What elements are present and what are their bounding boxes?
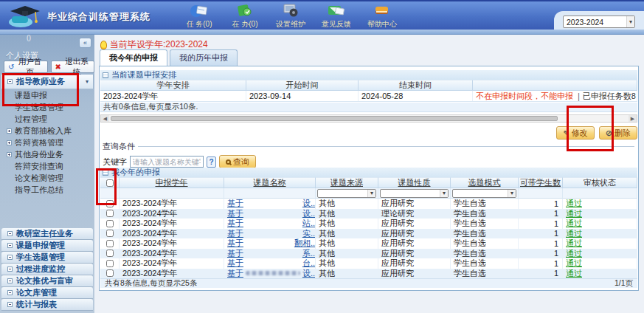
applications-summary: 共有8条信息,每页显示25条 <box>105 278 197 289</box>
row-checkbox-cell <box>100 249 120 259</box>
topic-link-suffix[interactable]: 台.. <box>302 258 315 269</box>
topic-link-prefix[interactable]: 基于 <box>227 229 243 239</box>
topic-link-prefix[interactable]: 基于 <box>227 258 243 269</box>
row-checkbox[interactable] <box>106 250 114 257</box>
feedback-icon <box>326 3 347 18</box>
tab-bar: 我今年的申报我的历年申报 <box>100 49 238 66</box>
keyword-input[interactable] <box>130 156 204 168</box>
topic-link-prefix[interactable]: 基于 <box>227 209 243 219</box>
status-pass-link[interactable]: 通过 <box>566 249 582 259</box>
sidebar-group-collapsed[interactable]: 学生选题管理 <box>1 252 93 264</box>
sidebar-item[interactable]: 教育部抽检入库 <box>1 125 93 137</box>
nav-feedback[interactable]: 意见反馈 <box>319 3 354 30</box>
topic-link-suffix[interactable]: 设.. <box>302 199 315 209</box>
status-pass-link[interactable]: 通过 <box>566 238 582 249</box>
topic-link-prefix[interactable]: 基于 <box>227 249 243 259</box>
source-cell: 其他 <box>316 258 378 269</box>
topic-link-suffix[interactable]: 实.. <box>302 229 315 239</box>
sidebar-item[interactable]: 答辩安排查询 <box>1 160 93 172</box>
header-nav: 任 务(0)在 办(0)设置维护意见反馈帮助中心 <box>181 3 400 30</box>
topic-name-cell: 基于设.. <box>224 209 316 219</box>
scroll-right-icon[interactable]: ▶ <box>629 115 637 122</box>
app-header: 毕业综合训练管理系统 任 务(0)在 办(0)设置维护意见反馈帮助中心 2023… <box>0 0 644 30</box>
main-content: 当前毕设学年:2023-2024 我今年的申报我的历年申报 当前课题申报安排 学… <box>94 35 644 313</box>
applications-col-header[interactable]: 课题名称 <box>224 177 316 188</box>
sidebar-group-collapsed[interactable]: 课题申报管理 <box>1 240 93 252</box>
status-pass-link[interactable]: 通过 <box>566 229 582 239</box>
row-checkbox[interactable] <box>106 230 114 237</box>
scroll-left-icon[interactable]: ◀ <box>101 115 109 122</box>
topic-link-suffix[interactable]: 设.. <box>302 209 315 219</box>
sidebar-item[interactable]: 过程管理 <box>1 113 93 125</box>
sidebar-item-label: 其他身份业务 <box>15 149 63 160</box>
table-row: 2023-2024学年基于翻相..其他应用研究学生自选1通过 <box>100 238 637 249</box>
status-pass-link[interactable]: 通过 <box>566 258 582 269</box>
applications-col-header[interactable]: 课题性质 <box>378 177 451 188</box>
nav-in-progress[interactable]: 在 办(0) <box>227 3 263 30</box>
section-applications-header: 我今年的申报 <box>100 168 637 177</box>
applications-header-row: 申报学年课题名称课题来源课题性质选题模式可带学生数审核状态 <box>100 177 637 188</box>
row-checkbox[interactable] <box>106 269 114 277</box>
row-checkbox[interactable] <box>106 240 114 247</box>
sidebar-item[interactable]: 其他身份业务 <box>1 148 93 160</box>
row-checkbox[interactable] <box>106 260 114 267</box>
nav-settings-maintenance[interactable]: 设置维护 <box>273 3 308 30</box>
filter-select[interactable]: ▾ <box>380 189 449 198</box>
graduation-cap-logo-icon <box>6 3 44 30</box>
row-checkbox[interactable] <box>106 210 114 217</box>
sidebar-item[interactable]: 答辩资格管理 <box>1 137 93 148</box>
tab-history[interactable]: 我的历年申报 <box>170 49 238 66</box>
applications-col-header[interactable]: 课题来源 <box>316 177 378 188</box>
sidebar-group-collapsed[interactable]: 统计与报表 <box>1 299 93 311</box>
topic-link-prefix[interactable]: 基于 <box>227 269 243 279</box>
applications-col-header[interactable]: 选题模式 <box>451 177 519 188</box>
status-pass-link[interactable]: 通过 <box>566 269 582 279</box>
user-home-button[interactable]: ↺ 用户首页 <box>4 61 48 73</box>
sidebar-item[interactable]: 指导工作总结 <box>1 184 93 196</box>
source-cell: 其他 <box>316 238 378 249</box>
sidebar-group-collapsed[interactable]: 教研室主任业务 <box>1 228 93 240</box>
status-pass-link[interactable]: 通过 <box>566 199 582 209</box>
topic-link-prefix[interactable]: 基于 <box>227 238 243 249</box>
keyword-label: 关键字 <box>103 156 127 168</box>
status-pass-link[interactable]: 通过 <box>566 219 582 229</box>
topic-link-suffix[interactable]: 系.. <box>302 249 315 259</box>
scrollbar-thumb[interactable] <box>111 116 558 121</box>
app-title: 毕业综合训练管理系统 <box>47 10 150 24</box>
collapse-box-icon <box>7 290 13 295</box>
home-arrow-icon: ↺ <box>8 63 14 71</box>
applications-col-header[interactable]: 申报学年 <box>120 177 224 188</box>
mode-cell: 学生自选 <box>451 209 519 219</box>
search-button[interactable]: 查询 <box>219 155 256 168</box>
filter-select[interactable]: ▾ <box>317 189 376 198</box>
topic-link-prefix[interactable]: 基于 <box>227 219 243 229</box>
horizontal-scrollbar[interactable]: ◀ ▶ <box>100 114 637 123</box>
sidebar-item[interactable]: 论文检测管理 <box>1 172 93 184</box>
nav-help-center[interactable]: 帮助中心 <box>364 3 400 30</box>
status-pass-link[interactable]: 通过 <box>566 209 582 219</box>
logout-button[interactable]: ✖ 退出系统 <box>51 61 95 73</box>
topic-link-suffix[interactable]: 设.. <box>302 269 315 279</box>
mode-cell: 学生自选 <box>451 269 519 279</box>
source-cell: 其他 <box>316 269 378 279</box>
filter-cell <box>563 188 637 199</box>
nav-tasks[interactable]: 任 务(0) <box>181 3 217 30</box>
sidebar-group-collapsed[interactable]: 过程进度监控 <box>1 264 93 275</box>
year-select[interactable]: 2023-2024 ▾ <box>563 16 635 28</box>
tab-this-year[interactable]: 我今年的申报 <box>100 49 167 66</box>
schedule-col-header: 结束时间 <box>359 80 473 91</box>
topic-link-prefix[interactable]: 基于 <box>227 199 243 209</box>
filter-select[interactable]: ▾ <box>452 189 516 198</box>
help-icon[interactable]: ? <box>207 156 216 168</box>
nature-cell: 应用研究 <box>378 199 451 209</box>
row-checkbox[interactable] <box>106 220 114 227</box>
sidebar-collapse-button[interactable]: « <box>79 38 91 48</box>
topic-link-suffix[interactable]: 站.. <box>302 219 315 229</box>
topic-name: 基于设.. <box>227 209 315 219</box>
sidebar-group-collapsed[interactable]: 论文库管理 <box>1 287 93 299</box>
nature-cell: 应用研究 <box>378 258 451 269</box>
applications-col-header[interactable]: 可带学生数 <box>519 177 563 188</box>
sidebar-group-collapsed[interactable]: 论文推优与盲审 <box>1 275 93 287</box>
chevron-down-icon: ▾ <box>367 190 375 197</box>
topic-link-suffix[interactable]: 翻相.. <box>294 238 315 249</box>
